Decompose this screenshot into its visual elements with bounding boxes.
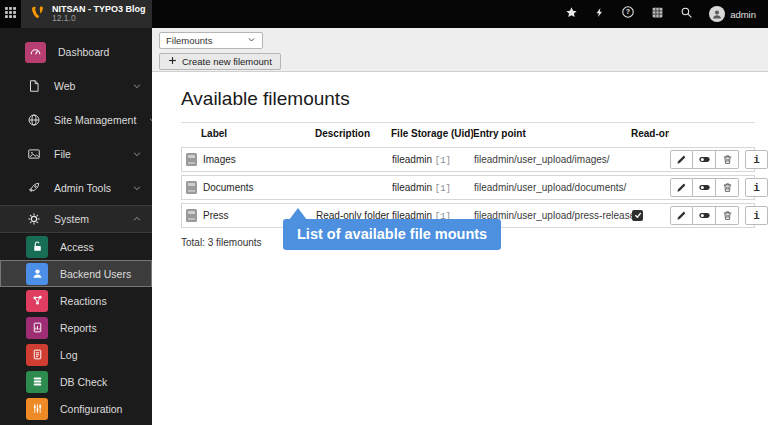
entry-point-path: fileadmin/user_upload/images/ — [474, 154, 632, 165]
topbar: NITSAN - TYPO3 Blog 12.1.0 ? — [0, 0, 768, 28]
search-icon — [680, 5, 693, 23]
bookmarks-button[interactable] — [565, 5, 578, 23]
user-icon — [26, 263, 48, 285]
sidebar-item-file[interactable]: File — [0, 137, 152, 171]
create-new-filemount-button[interactable]: Create new filemount — [159, 53, 281, 70]
edit-button[interactable] — [670, 150, 693, 169]
filemount-icon — [186, 181, 197, 194]
function-select[interactable]: Filemounts — [159, 32, 263, 49]
sidebar-item-access[interactable]: Access — [0, 233, 152, 260]
column-header-entry-point: Entry point — [473, 128, 631, 139]
grid-menu-icon — [4, 5, 17, 23]
delete-button[interactable] — [716, 206, 739, 225]
search-button[interactable] — [680, 5, 693, 23]
topbar-tools: ? admin — [565, 0, 768, 28]
sidebar-item-reactions[interactable]: Reactions — [0, 287, 152, 314]
sidebar-item-reports[interactable]: Reports — [0, 314, 152, 341]
system-information-button[interactable] — [651, 5, 664, 23]
function-select-value: Filemounts — [166, 35, 247, 46]
dashboard-icon — [25, 42, 46, 63]
sidebar-item-label: Access — [60, 241, 142, 253]
image-icon — [25, 146, 42, 163]
report-document-icon — [26, 317, 48, 339]
typo3-version: 12.1.0 — [52, 14, 146, 23]
filemount-icon — [186, 153, 197, 166]
edit-button[interactable] — [670, 178, 693, 197]
file-storage-name: fileadmin — [392, 154, 432, 165]
delete-button[interactable] — [716, 178, 739, 197]
chevron-down-icon — [132, 183, 142, 193]
sidebar-item-db-check[interactable]: DB Check — [0, 368, 152, 395]
chevron-down-icon — [247, 35, 256, 46]
globe-icon — [25, 112, 42, 129]
sidebar-item-system[interactable]: System — [0, 205, 152, 233]
flush-cache-button[interactable] — [594, 5, 605, 23]
file-storage-uid: [1] — [435, 156, 451, 166]
log-list-icon — [26, 344, 48, 366]
info-button[interactable]: i — [745, 150, 768, 169]
column-header-read-only: Read-only — [631, 128, 669, 139]
username-label: admin — [730, 9, 756, 20]
database-icon — [26, 371, 48, 393]
file-storage-uid: [1] — [435, 184, 451, 194]
sidebar-item-label: Reports — [60, 322, 142, 334]
document-icon — [25, 78, 42, 95]
gear-icon — [25, 211, 42, 228]
table-row: Documents fileadmin [1] fileadmin/user_u… — [181, 175, 755, 200]
table-header-row: Label Description File Storage (Uid) Ent… — [181, 122, 755, 144]
page-title: Available filemounts — [181, 88, 768, 110]
sidebar-item-label: DB Check — [60, 376, 142, 388]
bolt-icon — [594, 5, 605, 23]
column-header-description: Description — [315, 128, 391, 139]
typo3-backend: NITSAN - TYPO3 Blog 12.1.0 ? — [0, 0, 768, 425]
toggle-visibility-button[interactable] — [693, 178, 716, 197]
sidebar-item-dashboard[interactable]: Dashboard — [0, 35, 152, 69]
read-only-checkbox[interactable] — [632, 210, 643, 221]
rocket-icon — [25, 180, 42, 197]
help-icon: ? — [621, 5, 635, 23]
delete-button[interactable] — [716, 150, 739, 169]
info-button[interactable]: i — [745, 206, 768, 225]
star-icon — [565, 5, 578, 23]
typo3-logo-icon — [29, 4, 46, 25]
avatar — [709, 6, 725, 22]
site-brand[interactable]: NITSAN - TYPO3 Blog 12.1.0 — [21, 0, 152, 28]
docheader: Filemounts Create new filemount — [152, 28, 768, 72]
tooltip: List of available file mounts — [283, 219, 501, 250]
sidebar-item-label: Log — [60, 349, 142, 361]
sidebar-item-label: System — [54, 213, 120, 225]
chevron-down-icon — [132, 149, 142, 159]
plus-icon — [168, 56, 177, 67]
system-grid-icon — [651, 5, 664, 23]
filemounts-table: Label Description File Storage (Uid) Ent… — [181, 122, 755, 228]
sidebar-item-label: Admin Tools — [54, 182, 120, 194]
sidebar-item-backend-users[interactable]: Backend Users — [0, 260, 152, 287]
tooltip-arrow-icon — [289, 208, 307, 220]
svg-text:?: ? — [626, 8, 630, 15]
sidebar-item-site-management[interactable]: Site Management — [0, 103, 152, 137]
toggle-visibility-button[interactable] — [693, 150, 716, 169]
lock-icon — [26, 236, 48, 258]
sidebar-item-label: Web — [54, 80, 120, 92]
filemount-icon — [186, 209, 197, 222]
sidebar-item-label: Site Management — [54, 114, 136, 126]
edit-button[interactable] — [670, 206, 693, 225]
sidebar-item-admin-tools[interactable]: Admin Tools — [0, 171, 152, 205]
create-button-label: Create new filemount — [182, 56, 272, 67]
sidebar-item-label: Dashboard — [58, 46, 142, 58]
sidebar-item-label: Backend Users — [60, 268, 142, 280]
user-menu-button[interactable]: admin — [709, 6, 756, 22]
sidebar-item-web[interactable]: Web — [0, 69, 152, 103]
module-menu-toggle-button[interactable] — [0, 0, 21, 28]
module-content: Filemounts Create new filemount Availabl… — [152, 28, 768, 425]
toggle-visibility-button[interactable] — [693, 206, 716, 225]
sliders-icon — [26, 398, 48, 420]
sidebar-item-configuration[interactable]: Configuration — [0, 395, 152, 422]
help-button[interactable]: ? — [621, 5, 635, 23]
sidebar-item-log[interactable]: Log — [0, 341, 152, 368]
sidebar-item-label: File — [54, 148, 120, 160]
info-button[interactable]: i — [745, 178, 768, 197]
tooltip-text: List of available file mounts — [297, 226, 487, 242]
file-storage-name: fileadmin — [392, 182, 432, 193]
module-menu: Dashboard Web Site Management File — [0, 28, 152, 425]
